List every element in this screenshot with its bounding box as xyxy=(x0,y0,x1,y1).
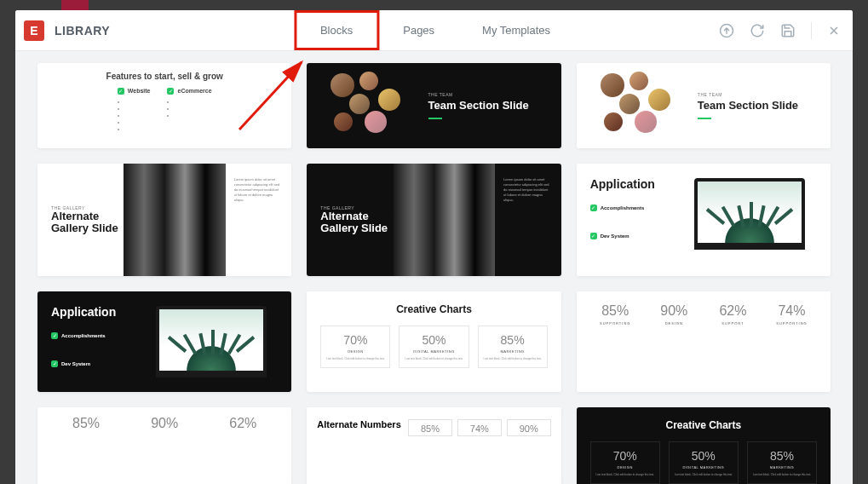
background-badge xyxy=(61,0,89,10)
template-title: Team Section Slide xyxy=(428,100,549,112)
elementor-logo-icon: E xyxy=(24,20,44,41)
templates-scroll[interactable]: Features to start, sell & grow Website e… xyxy=(15,51,853,484)
template-card[interactable]: Features to start, sell & grow Website e… xyxy=(37,63,291,148)
template-title: Creative Charts xyxy=(320,303,547,315)
template-card[interactable]: Creative Charts 70%DESIGNI am text block… xyxy=(577,407,831,484)
template-card[interactable]: Alternate Numbers 85% 74% 90% xyxy=(307,407,560,484)
close-button[interactable] xyxy=(827,24,841,37)
import-button[interactable] xyxy=(719,23,734,38)
template-title: Application xyxy=(51,305,139,319)
sync-button[interactable] xyxy=(750,23,765,38)
library-header: E LIBRARY Blocks Pages My Templates xyxy=(15,10,853,51)
tab-my-templates[interactable]: My Templates xyxy=(458,10,574,50)
library-tabs: Blocks Pages My Templates xyxy=(294,10,574,50)
template-title: Application xyxy=(590,177,678,191)
library-modal: E LIBRARY Blocks Pages My Templates xyxy=(15,10,853,484)
template-card[interactable]: Creative Charts 70%DESIGNI am text block… xyxy=(307,291,560,392)
save-button[interactable] xyxy=(780,23,796,38)
header-actions xyxy=(719,22,841,39)
template-title: Alternate Numbers xyxy=(317,419,401,429)
template-title: Team Section Slide xyxy=(698,100,819,112)
divider xyxy=(811,22,812,39)
template-card[interactable]: Application Accomplishments Dev System xyxy=(577,164,831,276)
template-card[interactable]: Application Accomplishments Dev System xyxy=(37,291,291,392)
template-title: Features to start, sell & grow xyxy=(55,72,274,81)
templates-grid: Features to start, sell & grow Website e… xyxy=(37,63,831,484)
library-title: LIBRARY xyxy=(55,24,110,37)
template-card[interactable]: 85% 90% 62% xyxy=(37,407,291,484)
template-card[interactable]: THE GALLERYAlternate Gallery Slide Lorem… xyxy=(307,164,560,276)
tab-pages[interactable]: Pages xyxy=(379,10,458,50)
template-title: Alternate Gallery Slide xyxy=(51,210,124,235)
tab-blocks[interactable]: Blocks xyxy=(294,10,379,50)
template-card[interactable]: THE TEAMTeam Section Slide xyxy=(307,63,560,148)
template-title: Creative Charts xyxy=(590,419,817,431)
template-title: Alternate Gallery Slide xyxy=(320,210,393,235)
template-card[interactable]: THE TEAMTeam Section Slide xyxy=(577,63,831,148)
template-card[interactable]: 85%SUPPORTING 90%DESIGN 62%SUPPORT 74%SU… xyxy=(577,291,831,392)
template-card[interactable]: THE GALLERYAlternate Gallery Slide Lorem… xyxy=(37,164,291,276)
